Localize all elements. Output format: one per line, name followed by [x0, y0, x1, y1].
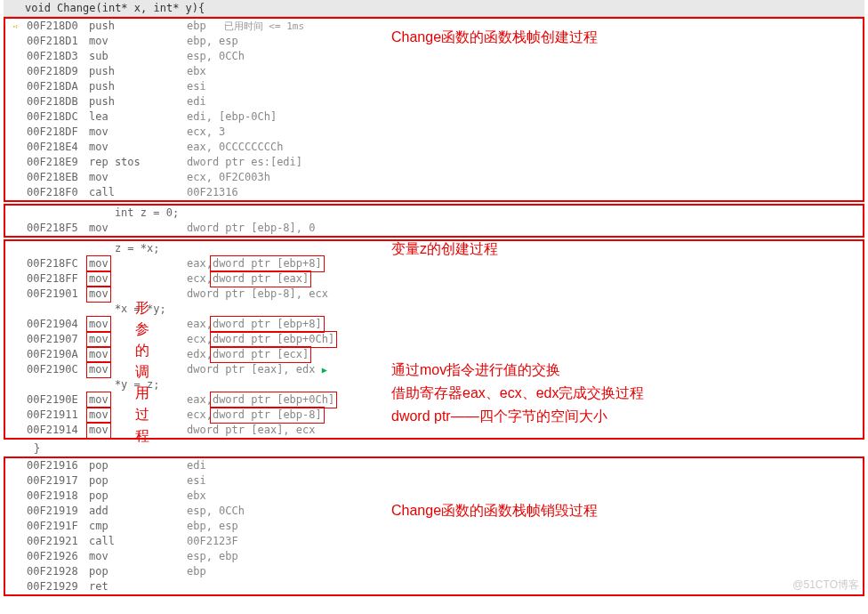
asm-row: 00F218DFmovecx, 3	[5, 125, 863, 140]
asm-row: 00F218DCleaedi, [ebp-0Ch]	[5, 109, 863, 125]
mnemonic: pop	[89, 564, 187, 579]
asm-row: 00F218DBpushedi	[5, 94, 863, 109]
mnemonic: pop	[89, 473, 187, 489]
operand: dword ptr [eax], ecx	[187, 423, 316, 438]
operand: esp, 0CCh	[187, 504, 245, 519]
addr: 00F218DC	[27, 109, 89, 125]
addr: 00F218E9	[27, 155, 89, 170]
asm-row: 00F21916popedi	[5, 458, 863, 473]
addr: 00F21926	[27, 549, 89, 564]
mnemonic: pop	[89, 489, 187, 504]
vert-char: 的	[133, 340, 151, 361]
addr: 00F21929	[27, 579, 89, 594]
asm-row: 00F21929ret	[5, 579, 863, 594]
asm-row: 00F21917popesi	[5, 473, 863, 489]
addr: 00F218FC	[27, 256, 89, 271]
operand: edi, [ebp-0Ch]	[187, 109, 277, 125]
addr: 00F21907	[27, 332, 89, 347]
current-line-icon: ➪	[13, 21, 19, 31]
operand: eax,	[187, 257, 213, 270]
mnemonic: mov	[89, 170, 187, 185]
addr: 00F218DB	[27, 94, 89, 109]
addr: 00F2190C	[27, 362, 89, 377]
asm-row: 00F218DApushesi	[5, 79, 863, 94]
operand: dword ptr es:[edi]	[187, 155, 302, 170]
addr: 00F21921	[27, 534, 89, 549]
mnemonic: mov	[89, 221, 187, 236]
addr: 00F218FF	[27, 271, 89, 287]
operand: ecx,	[187, 272, 213, 285]
annotation-swap3: dword ptr——四个字节的空间大小	[391, 408, 607, 426]
operand: esp, 0CCh	[187, 49, 245, 64]
operand: esp, ebp	[187, 549, 238, 564]
play-icon: ▶	[322, 365, 327, 375]
asm-row: 00F2191Fcmpebp, esp	[5, 519, 863, 534]
operand: ebx	[187, 64, 206, 79]
mnemonic: rep stos	[89, 155, 187, 170]
addr: 00F21918	[27, 489, 89, 504]
addr: 00F218DA	[27, 79, 89, 94]
operand: ecx,	[187, 408, 213, 421]
asm-row: 00F21921call00F2123F	[5, 534, 863, 549]
asm-row: 00F21928popebp	[5, 564, 863, 579]
mnemonic: mov	[89, 140, 187, 155]
addr: 00F218D3	[27, 49, 89, 64]
annotation-varz: 变量z的创建过程	[391, 240, 498, 259]
addr: 00F2190E	[27, 392, 89, 408]
addr: 00F218E4	[27, 140, 89, 155]
addr: 00F2191F	[27, 519, 89, 534]
vertical-annotation: 形参的调用过程	[133, 297, 151, 447]
operand: eax, 0CCCCCCCCh	[187, 140, 283, 155]
operand: esi	[187, 79, 206, 94]
asm-row: 00F218D9pushebx	[5, 64, 863, 79]
asm-row: 00F21926movesp, ebp	[5, 549, 863, 564]
operand: ebp, esp	[187, 519, 238, 534]
memref-box: dword ptr [eax]	[210, 271, 311, 287]
operand: eax,	[187, 318, 213, 330]
mnemonic: ret	[89, 579, 187, 594]
function-signature: void Change(int* x, int* y){	[4, 0, 864, 17]
addr: 00F21917	[27, 473, 89, 489]
mnemonic: mov	[89, 549, 187, 564]
mov-box: mov	[86, 361, 111, 378]
operand: ebp	[187, 564, 206, 579]
watermark: @51CTO博客	[792, 578, 859, 593]
mov-box: mov	[86, 286, 111, 303]
addr: 00F21914	[27, 423, 89, 438]
operand: edi	[187, 94, 206, 109]
annotation-swap1: 通过mov指令进行值的交换	[391, 361, 560, 380]
mnemonic: cmp	[89, 519, 187, 534]
asm-row: 00F218E9rep stosdword ptr es:[edi]	[5, 155, 863, 170]
addr: 00F218F5	[27, 221, 89, 236]
addr: 00F2190A	[27, 347, 89, 362]
mnemonic: push	[89, 94, 187, 109]
operand: dword ptr [ebp-8], 0	[187, 221, 316, 236]
addr: 00F21916	[27, 458, 89, 473]
addr: 00F21911	[27, 408, 89, 423]
vert-char: 调	[133, 361, 151, 383]
asm-row: 00F218F0call00F21316	[5, 185, 863, 200]
source-line: z = *x;	[27, 241, 159, 256]
addr: 00F218EB	[27, 170, 89, 185]
operand: ecx, 0F2C003h	[187, 170, 270, 185]
vert-char: 用	[133, 383, 151, 404]
annotation-destroy: Change函数的函数栈帧销毁过程	[391, 502, 598, 521]
mnemonic: call	[89, 534, 187, 549]
operand: ebp	[187, 19, 206, 34]
addr: 00F218D1	[27, 34, 89, 49]
annotation-swap2: 借助寄存器eax、ecx、edx完成交换过程	[391, 384, 645, 403]
operand: 00F21316	[187, 185, 238, 200]
annotation-create: Change函数的函数栈帧创建过程	[391, 28, 598, 47]
vert-char: 形	[133, 297, 151, 319]
operand: ebp, esp	[187, 34, 238, 49]
addr: 00F21919	[27, 504, 89, 519]
addr: 00F21904	[27, 317, 89, 332]
vert-char: 程	[133, 425, 151, 447]
operand: ebx	[187, 489, 206, 504]
vert-char: 过	[133, 404, 151, 425]
operand: esi	[187, 473, 206, 489]
stack-frame-destroy-box: 00F21916popedi00F21917popesi00F21918pope…	[4, 456, 864, 596]
operand: dword ptr [ebp-8], ecx	[187, 287, 328, 302]
mnemonic: push	[89, 19, 187, 34]
mnemonic: call	[89, 185, 187, 200]
